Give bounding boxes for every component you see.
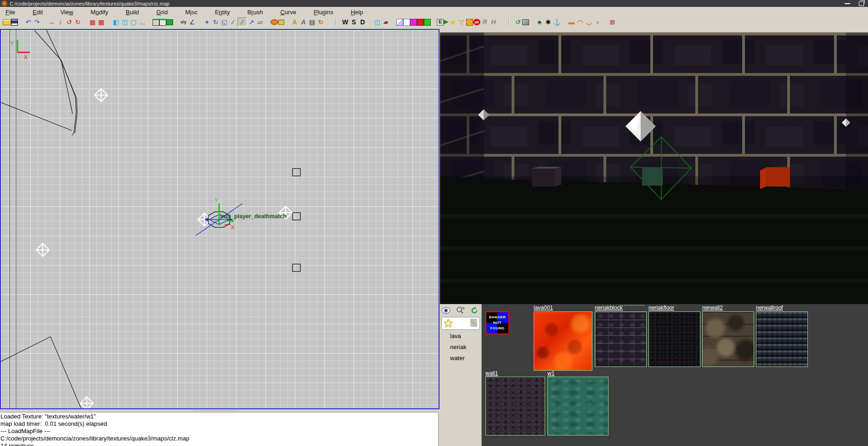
viewport-2d-grid[interactable]: Y X — [0, 29, 440, 409]
brush-handle[interactable] — [293, 169, 300, 271]
entity-list-icon[interactable]: ▤ — [308, 18, 316, 26]
key-r-icon[interactable]: R — [480, 18, 489, 26]
entity-e-icon[interactable]: E — [437, 19, 444, 26]
texture-tile-nerwall2[interactable] — [702, 311, 754, 367]
clip-tool-icon[interactable]: ∕ — [229, 18, 237, 26]
reload-shaders-icon[interactable]: ↻ — [316, 18, 325, 26]
redo-icon[interactable]: ↷ — [33, 18, 41, 26]
stamp-icon[interactable] — [470, 319, 477, 327]
folder-water[interactable]: water — [440, 353, 481, 364]
rotate-ccw-icon[interactable]: ↺ — [65, 18, 73, 26]
texture-tile-neriakblock[interactable] — [595, 311, 647, 367]
vertex-marker[interactable] — [36, 89, 292, 408]
show-shaders-icon[interactable] — [441, 305, 451, 315]
menu-build[interactable]: Build — [120, 8, 145, 17]
patch-endcap-icon[interactable]: ◡ — [585, 18, 593, 26]
patch-ellipse-icon[interactable] — [271, 19, 278, 25]
cube-lava001[interactable] — [760, 167, 790, 189]
clip-select-icon[interactable]: ∕ — [237, 17, 247, 27]
refresh-models-icon[interactable]: ↺ — [513, 18, 522, 26]
texture-tile-w1[interactable] — [547, 377, 609, 435]
bug-tool-icon[interactable]: ✱ — [544, 18, 552, 26]
translate-tool-icon[interactable]: + — [203, 18, 211, 26]
minimize-button[interactable] — [840, 0, 854, 7]
caption-a-icon[interactable]: A — [290, 18, 299, 26]
model-box-icon[interactable] — [522, 19, 529, 25]
texture-flush-icon[interactable]: ▩ — [97, 18, 106, 26]
nature-tool-icon[interactable]: ♣ — [535, 18, 544, 26]
view-more-icon[interactable]: … — [138, 18, 147, 26]
menu-grid[interactable]: Grid — [151, 8, 174, 17]
entity-arrow-icon[interactable] — [444, 20, 449, 24]
delete-selected-icon[interactable]: ⊠ — [608, 18, 617, 26]
cube-w1[interactable] — [642, 167, 663, 186]
patch-bevel-icon[interactable]: ◠ — [576, 18, 585, 26]
color-red-icon[interactable] — [417, 19, 424, 26]
menu-view[interactable]: View — [55, 8, 79, 17]
save-icon[interactable] — [11, 19, 18, 26]
off-toggle-icon[interactable]: off — [473, 19, 480, 25]
menu-file[interactable]: File — [0, 8, 21, 17]
resize-tool-icon[interactable]: ↗ — [247, 18, 256, 26]
xy-view-icon[interactable]: x/y — [179, 18, 188, 26]
rotate-tool-icon[interactable]: ↻ — [211, 18, 220, 26]
menu-edit[interactable]: Edit — [27, 8, 48, 17]
folder-lava[interactable]: lava — [440, 331, 481, 342]
brush-paint-icon[interactable]: ▰ — [382, 18, 390, 26]
entity-info-player-deathmatch[interactable]: Y X info_player_deathmatch — [196, 198, 287, 236]
patch-cylinder-icon[interactable]: ◗ — [593, 18, 602, 26]
menu-plugins[interactable]: Plugins — [308, 8, 339, 17]
caption-a-italic-icon[interactable]: A — [299, 18, 308, 26]
key-s-icon[interactable]: S — [349, 18, 358, 26]
edge-tool-icon[interactable]: ▱ — [256, 18, 265, 26]
restore-button[interactable] — [854, 0, 868, 7]
color-dashed-icon[interactable] — [403, 19, 410, 26]
menu-modify[interactable]: Modify — [85, 8, 113, 17]
texture-tile-neriakfloor[interactable] — [648, 311, 700, 367]
menu-entity[interactable]: Entity — [209, 8, 236, 17]
texture-tile-wall1[interactable] — [485, 377, 545, 435]
refresh-icon[interactable] — [469, 305, 479, 315]
menu-misc[interactable]: Misc — [180, 8, 203, 17]
lock-tool-icon[interactable] — [278, 19, 284, 25]
edit-search-icon[interactable] — [455, 305, 465, 315]
open-icon[interactable] — [3, 19, 11, 25]
view-change-icon[interactable]: ◧ — [112, 18, 120, 26]
color-green-icon[interactable] — [424, 19, 431, 26]
console-panel[interactable]: Loaded Texture: "textures/water/w1" map … — [0, 412, 439, 446]
view-frame-icon[interactable]: ▢ — [129, 18, 138, 26]
viewport-3d-camera[interactable] — [440, 32, 868, 305]
key-h-icon[interactable]: H — [489, 18, 498, 26]
flip-vertical-icon[interactable]: ↕ — [56, 18, 65, 26]
menu-brush[interactable]: Brush — [242, 8, 268, 17]
key-d-icon[interactable]: D — [358, 18, 367, 26]
color-lavender-icon[interactable] — [396, 19, 403, 26]
favorites-star-icon[interactable] — [444, 319, 453, 329]
undo-icon[interactable]: ↶ — [24, 18, 33, 26]
texture-tile-lava001[interactable] — [534, 311, 592, 371]
menu-curve[interactable]: Curve — [275, 8, 302, 17]
key-w-icon[interactable]: W — [341, 18, 349, 26]
texture-tile-nerwallroof[interactable] — [756, 311, 808, 367]
rotate-cw-icon[interactable]: ↻ — [73, 18, 82, 26]
light-entity-icon[interactable]: ◆ — [449, 18, 457, 26]
brush-wireframe-icon[interactable] — [152, 19, 159, 26]
folder-neriak[interactable]: neriak — [440, 342, 481, 353]
shader-not-found-tile[interactable]: SHADER NOT FOUND — [485, 311, 509, 334]
flip-horizontal-icon[interactable]: ↔ — [47, 18, 56, 26]
brush-topfill-icon[interactable] — [159, 19, 166, 26]
cube-wall1[interactable] — [532, 167, 561, 186]
texture-lock-icon[interactable]: ▦ — [88, 18, 97, 26]
checker-entity-icon[interactable] — [466, 19, 473, 26]
brush-solid-icon[interactable] — [166, 19, 173, 25]
view-split-icon[interactable]: ◫ — [120, 18, 129, 26]
menu-help[interactable]: Help — [345, 8, 369, 17]
surface-dialog-icon[interactable]: ◫ — [373, 18, 382, 26]
brush-wireframe[interactable] — [1, 30, 81, 408]
scale-tool-icon[interactable]: ◱ — [220, 18, 229, 26]
color-magenta-icon[interactable] — [410, 19, 417, 26]
anchor-tool-icon[interactable]: ⚓ — [552, 18, 561, 26]
patch-flat-icon[interactable]: ▬ — [567, 18, 576, 26]
panel-drag-dots[interactable] — [619, 305, 645, 306]
floor[interactable] — [440, 176, 868, 305]
